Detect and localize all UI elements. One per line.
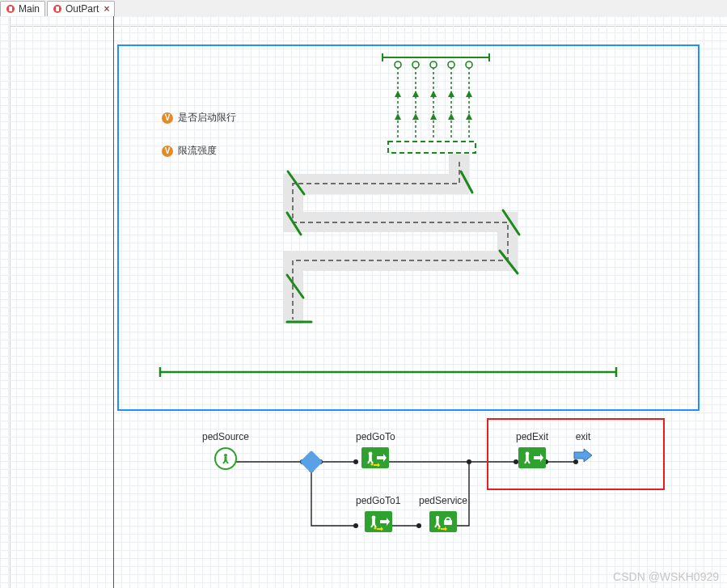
highlight-box <box>487 418 665 490</box>
svg-line-84 <box>374 523 376 527</box>
parameter-limit-strength[interactable]: V 限流强度 <box>162 144 217 158</box>
pedgoto-icon <box>361 447 389 468</box>
pedgoto1-icon <box>365 511 392 532</box>
svg-marker-85 <box>380 518 390 526</box>
block-label: pedService <box>419 495 467 506</box>
svg-marker-74 <box>374 463 380 467</box>
svg-point-81 <box>371 516 375 520</box>
parameter-label: 是否启动限行 <box>178 111 236 125</box>
block-label: pedGoTo1 <box>356 495 400 506</box>
close-icon[interactable]: × <box>102 3 109 15</box>
pedsource-icon <box>214 447 237 470</box>
block-label: pedGoTo <box>356 431 395 442</box>
svg-rect-1 <box>9 6 12 11</box>
svg-point-68 <box>369 452 373 456</box>
agent-icon <box>53 4 62 14</box>
svg-marker-94 <box>441 527 447 531</box>
variable-icon: V <box>162 146 173 157</box>
svg-marker-72 <box>377 454 387 462</box>
tab-strip: Main OutPart × <box>0 0 727 18</box>
block-pedgoto1[interactable]: pedGoTo1 <box>356 495 400 532</box>
tab-label: Main <box>19 3 40 15</box>
svg-rect-3 <box>56 6 59 11</box>
svg-point-86 <box>374 527 376 529</box>
parameter-limit-enable[interactable]: V 是否启动限行 <box>162 111 236 125</box>
presentation-frame[interactable] <box>117 44 700 411</box>
svg-point-73 <box>371 463 374 465</box>
tab-main[interactable]: Main <box>0 1 45 16</box>
svg-point-64 <box>224 454 227 457</box>
tab-label: OutPart <box>66 3 99 15</box>
block-pedservice[interactable]: pedService <box>419 495 467 532</box>
svg-rect-92 <box>444 520 452 525</box>
pedservice-icon <box>429 511 457 532</box>
block-pedgoto[interactable]: pedGoTo <box>356 431 395 468</box>
block-pedsource[interactable]: pedSource <box>202 431 249 470</box>
svg-point-88 <box>436 516 439 519</box>
svg-point-63 <box>467 459 471 464</box>
tab-outpart[interactable]: OutPart × <box>47 1 115 16</box>
variable-icon: V <box>162 112 173 124</box>
svg-line-91 <box>437 523 440 527</box>
block-select-output[interactable] <box>303 454 319 470</box>
block-label: pedSource <box>202 431 249 442</box>
watermark: CSDN @WSKH0929 <box>613 570 719 583</box>
agent-icon <box>6 4 15 14</box>
svg-line-71 <box>370 459 373 463</box>
svg-line-67 <box>226 460 228 463</box>
svg-point-93 <box>437 527 440 529</box>
diamond-icon <box>300 451 323 473</box>
svg-marker-87 <box>377 527 383 531</box>
parameter-label: 限流强度 <box>178 144 217 158</box>
